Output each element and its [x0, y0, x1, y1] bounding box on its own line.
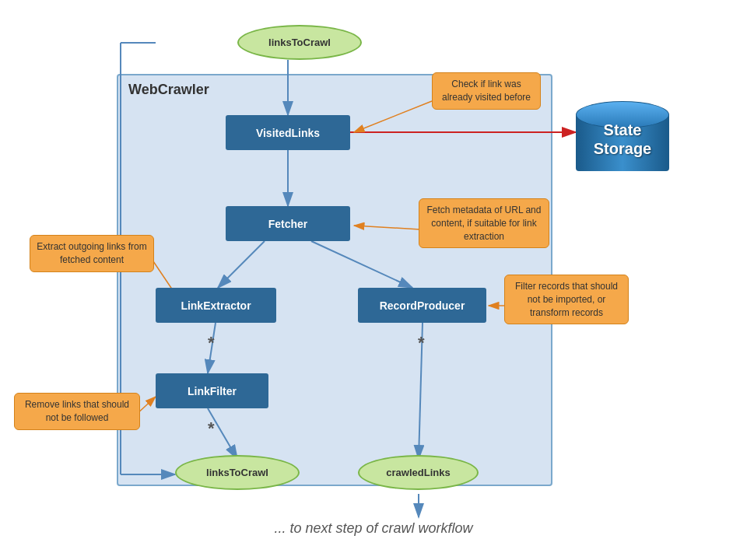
filter-records-tooltip: Filter records that should not be import… — [504, 275, 629, 324]
link-filter-node: LinkFilter — [156, 373, 268, 408]
link-extractor-node: LinkExtractor — [156, 288, 276, 323]
state-storage: StateStorage — [576, 97, 669, 175]
bottom-text: ... to next step of crawl workflow — [0, 520, 747, 537]
record-producer-node: RecordProducer — [358, 288, 486, 323]
state-storage-label: StateStorage — [576, 121, 669, 158]
webcrawler-label: WebCrawler — [128, 82, 209, 98]
extract-links-tooltip: Extract outgoing links from fetched cont… — [30, 235, 154, 272]
asterisk-link-filter: * — [208, 418, 215, 439]
asterisk-link-extractor: * — [208, 333, 215, 353]
remove-links-tooltip: Remove links that should not be followed — [14, 393, 140, 430]
links-to-crawl-bottom-node: linksToCrawl — [175, 455, 300, 490]
visited-links-node: VisitedLinks — [226, 115, 350, 150]
check-visited-tooltip: Check if link was already visited before — [432, 72, 541, 110]
fetcher-node: Fetcher — [226, 206, 350, 241]
links-to-crawl-top-node: linksToCrawl — [237, 25, 362, 60]
fetch-metadata-tooltip: Fetch metadata of URL and content, if su… — [419, 198, 549, 248]
crawled-links-node: crawledLinks — [358, 455, 479, 490]
diagram: WebCrawler — [0, 0, 747, 560]
asterisk-record-producer: * — [418, 333, 425, 353]
